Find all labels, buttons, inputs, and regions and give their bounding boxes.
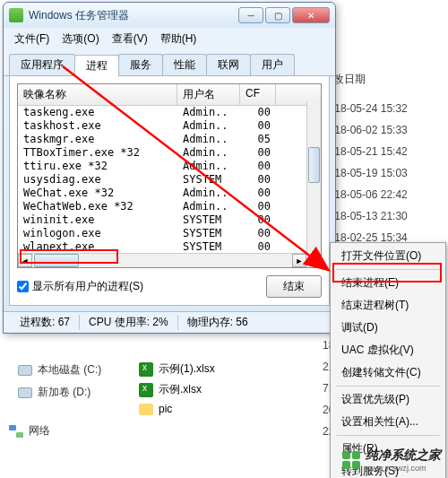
cell-name: taskhost.exe [18, 119, 177, 133]
ctx-dump[interactable]: 创建转储文件(C) [332, 361, 444, 384]
process-row[interactable]: WeChatWeb.exe *32Admin..00 [18, 200, 321, 213]
status-processes: 进程数: 67 [11, 315, 80, 330]
show-all-users-row[interactable]: 显示所有用户的进程(S) [17, 279, 143, 294]
column-image-name[interactable]: 映像名称 [18, 84, 177, 105]
minimize-button[interactable]: ─ [238, 7, 263, 23]
process-row[interactable]: taskhost.exeAdmin..00 [18, 119, 321, 133]
scroll-left-arrow[interactable]: ◄ [18, 254, 32, 267]
process-row[interactable]: wlanext.exeSYSTEM00 [18, 240, 321, 254]
ctx-end-process[interactable]: 结束进程(E) [332, 272, 444, 294]
separator [336, 269, 440, 270]
tab-networking[interactable]: 联网 [206, 54, 251, 75]
ctx-affinity[interactable]: 设置相关性(A)... [332, 411, 444, 433]
titlebar[interactable]: Windows 任务管理器 ─ ▢ ✕ [4, 3, 335, 28]
tab-users[interactable]: 用户 [250, 54, 295, 75]
tab-processes[interactable]: 进程 [74, 55, 119, 76]
cell-user: Admin.. [177, 146, 240, 160]
menu-options[interactable]: 选项(O) [56, 30, 104, 48]
process-row[interactable]: winlogon.exeSYSTEM00 [18, 227, 321, 240]
ctx-priority[interactable]: 设置优先级(P) [332, 388, 444, 411]
file-name: pic [159, 403, 172, 415]
ctx-uac[interactable]: UAC 虚拟化(V) [332, 339, 444, 361]
cell-user: Admin.. [177, 160, 240, 173]
process-row[interactable]: taskeng.exeAdmin..00 [18, 106, 321, 119]
file-list: 示例(1).xlsx 示例.xlsx pic [139, 359, 215, 418]
xlsx-icon [139, 383, 153, 397]
task-manager-window: Windows 任务管理器 ─ ▢ ✕ 文件(F) 选项(O) 查看(V) 帮助… [3, 2, 336, 334]
tab-performance[interactable]: 性能 [162, 54, 207, 75]
context-menu: 打开文件位置(O) 结束进程(E) 结束进程树(T) 调试(D) UAC 虚拟化… [330, 242, 446, 478]
cell-cpu: 00 [240, 200, 276, 213]
scroll-right-arrow[interactable]: ► [292, 254, 306, 267]
menu-view[interactable]: 查看(V) [107, 30, 153, 48]
date-column-header[interactable]: 修改日期 [323, 72, 430, 87]
window-title: Windows 任务管理器 [29, 8, 238, 23]
cell-cpu: 00 [240, 106, 276, 119]
sidebar-item-local-disk[interactable]: 本地磁盘 (C:) [0, 359, 134, 381]
close-button[interactable]: ✕ [292, 7, 330, 23]
cell-user: Admin.. [177, 200, 240, 213]
date-cell: 2018-06-02 15:33 [323, 119, 430, 141]
scroll-thumb[interactable] [34, 254, 79, 267]
cell-user: SYSTEM [177, 173, 240, 187]
cell-user: SYSTEM [177, 267, 240, 268]
cell-name: taskmgr.exe [18, 133, 177, 146]
ctx-debug[interactable]: 调试(D) [332, 317, 444, 339]
cell-user: SYSTEM [177, 227, 240, 240]
cell-cpu: 00 [240, 240, 276, 254]
cell-name: TTBoxTimer.exe *32 [18, 146, 177, 160]
cell-user: Admin.. [177, 133, 240, 146]
tab-services[interactable]: 服务 [118, 54, 163, 75]
file-item[interactable]: 示例(1).xlsx [139, 359, 215, 379]
process-row[interactable]: WeChat.exe *32Admin..00 [18, 187, 321, 200]
cell-cpu: 00 [240, 146, 276, 160]
column-user[interactable]: 用户名 [177, 84, 240, 105]
network-icon [9, 425, 23, 438]
separator [336, 386, 440, 387]
cell-user: SYSTEM [177, 240, 240, 254]
date-cell: 2018-05-21 15:42 [323, 141, 430, 162]
cell-user: Admin.. [177, 119, 240, 133]
sidebar-label: 本地磁盘 (C:) [38, 362, 101, 378]
menu-file[interactable]: 文件(F) [9, 30, 55, 48]
cell-cpu: 00 [240, 227, 276, 240]
maximize-button[interactable]: ▢ [265, 7, 290, 23]
show-all-users-checkbox[interactable] [17, 281, 29, 292]
process-row[interactable]: ttiru.exe *32Admin..00 [18, 160, 321, 173]
menubar: 文件(F) 选项(O) 查看(V) 帮助(H) [4, 28, 335, 50]
cell-user: Admin.. [177, 106, 240, 119]
file-item[interactable]: 示例.xlsx [139, 379, 215, 400]
process-row[interactable]: usysdiag.exeSYSTEM00 [18, 173, 321, 187]
scroll-thumb[interactable] [308, 147, 320, 183]
process-listview[interactable]: 映像名称 用户名 CF taskeng.exeAdmin..00taskhost… [17, 83, 322, 268]
scroll-track[interactable] [81, 254, 292, 267]
horizontal-scrollbar[interactable]: ◄ ► [18, 253, 306, 267]
date-cell: 2018-05-19 15:03 [323, 162, 430, 184]
process-row[interactable]: wpscloudsvr.exe *32SYSTEM [18, 267, 321, 268]
vertical-scrollbar[interactable] [306, 102, 321, 253]
sidebar-item-network[interactable]: 网络 [0, 420, 134, 442]
separator [336, 435, 440, 436]
tab-row: 应用程序 进程 服务 性能 联网 用户 [4, 50, 335, 76]
listview-header: 映像名称 用户名 CF [18, 84, 321, 106]
process-row[interactable]: taskmgr.exeAdmin..05 [18, 133, 321, 146]
end-process-button[interactable]: 结束 [266, 275, 322, 298]
process-row[interactable]: TTBoxTimer.exe *32Admin..00 [18, 146, 321, 160]
cell-name: wininit.exe [18, 213, 177, 227]
drive-icon [18, 387, 32, 398]
file-item[interactable]: pic [139, 400, 215, 418]
ctx-end-process-tree[interactable]: 结束进程树(T) [332, 294, 444, 317]
cell-name: WeChat.exe *32 [18, 187, 177, 200]
column-cpu[interactable]: CF [240, 84, 276, 105]
process-row[interactable]: wininit.exeSYSTEM00 [18, 213, 321, 227]
cell-name: winlogon.exe [18, 227, 177, 240]
ctx-open-location[interactable]: 打开文件位置(O) [332, 245, 444, 267]
cell-name: ttiru.exe *32 [18, 160, 177, 173]
sidebar-item-new-volume[interactable]: 新加卷 (D:) [0, 381, 134, 404]
tab-applications[interactable]: 应用程序 [9, 54, 75, 75]
menu-help[interactable]: 帮助(H) [155, 30, 202, 48]
drive-icon [18, 365, 32, 376]
taskmgr-icon [9, 8, 23, 22]
file-name: 示例(1).xlsx [159, 361, 215, 377]
status-memory: 物理内存: 56 [178, 315, 257, 330]
